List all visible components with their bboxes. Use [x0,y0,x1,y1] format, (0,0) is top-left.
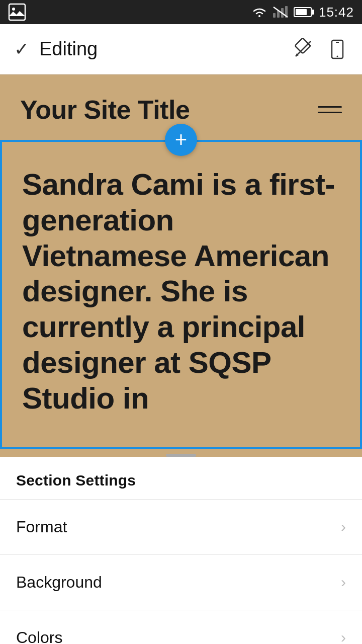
colors-chevron-icon: › [341,629,346,644]
hamburger-line-2 [318,112,342,113]
site-title[interactable]: Your Site Title [20,95,190,125]
signal-icon [273,6,289,18]
settings-item-format[interactable]: Format › [0,500,362,555]
hamburger-line-1 [318,106,342,108]
svg-rect-0 [9,4,25,20]
settings-item-colors[interactable]: Colors › [0,610,362,644]
content-text: Sandra Cami is a first-generation Vietna… [22,167,340,417]
add-section-button[interactable]: + [165,124,197,156]
format-label: Format [16,518,67,536]
toolbar-right [292,38,348,60]
svg-point-10 [337,55,338,57]
settings-item-background[interactable]: Background › [0,555,362,610]
wifi-icon [251,6,267,18]
device-icon[interactable] [326,38,348,60]
background-chevron-icon: › [341,574,346,591]
content-section[interactable]: Sandra Cami is a first-generation Vietna… [0,140,362,449]
status-bar-right: 15:42 [251,5,354,20]
site-preview: Your Site Title + Sandra Cami is a first… [0,74,362,457]
drag-handle[interactable] [166,454,196,457]
gallery-icon [8,3,26,21]
battery-icon [294,7,312,17]
colors-label: Colors [16,628,62,644]
background-label: Background [16,573,102,592]
check-button[interactable]: ✓ [14,39,29,60]
status-bar: 15:42 [0,0,362,24]
status-bar-left [8,3,26,21]
status-time: 15:42 [319,5,354,20]
format-chevron-icon: › [341,518,346,535]
svg-rect-7 [295,38,310,53]
editing-label: Editing [39,38,98,60]
section-settings-header: Section Settings [0,457,362,500]
svg-point-1 [12,8,15,11]
section-settings-title: Section Settings [16,472,136,489]
section-settings-panel: Section Settings Format › Background › C… [0,457,362,644]
toolbar-left: ✓ Editing [14,38,98,60]
svg-rect-2 [273,13,276,18]
edit-icon[interactable] [292,38,314,60]
top-toolbar: ✓ Editing [0,24,362,74]
hamburger-menu-icon[interactable] [318,106,342,113]
